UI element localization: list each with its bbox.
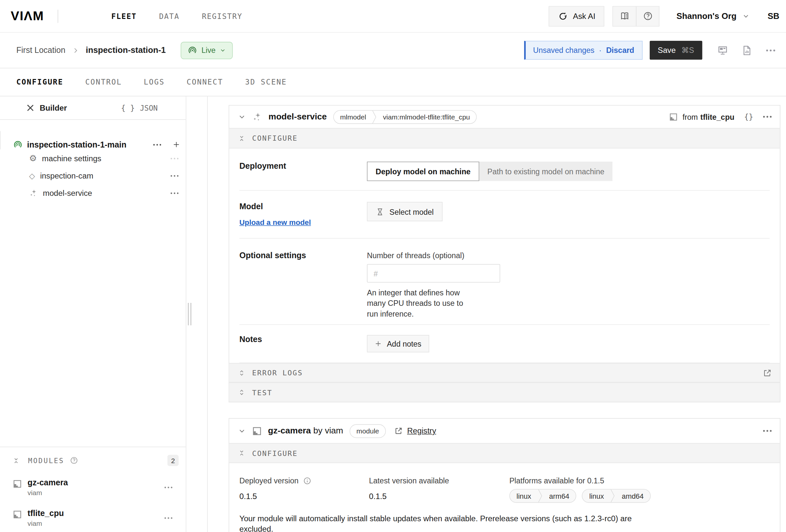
tab-logs[interactable]: LOGS <box>144 78 165 86</box>
viam-logo[interactable]: VIΛM <box>11 9 44 24</box>
json-mode-button[interactable]: { } JSON <box>93 96 186 119</box>
tree-item-label: model-service <box>43 188 92 197</box>
add-component-button[interactable] <box>172 141 180 148</box>
chevron-down-icon <box>743 13 749 19</box>
add-notes-button[interactable]: Add notes <box>367 335 429 352</box>
deploy-on-machine-option[interactable]: Deploy model on machine <box>367 162 479 181</box>
json-braces-button[interactable]: {} <box>744 112 753 121</box>
module-menu[interactable] <box>164 517 172 519</box>
save-label: Save <box>657 46 676 55</box>
external-link-icon <box>763 368 772 377</box>
control-preview-button[interactable] <box>718 45 728 55</box>
model-triplet-badge: viam:mlmodel-tflite:tflite_cpu <box>377 113 476 120</box>
save-button[interactable]: Save ⌘S <box>649 41 702 60</box>
configure-section-bar[interactable]: CONFIGURE <box>229 128 780 148</box>
latest-version-label: Latest version available <box>369 476 510 485</box>
upload-model-link[interactable]: Upload a new model <box>239 218 311 226</box>
ellipsis-icon <box>763 430 772 432</box>
tab-control[interactable]: CONTROL <box>85 78 122 86</box>
chevron-down-icon <box>238 427 246 434</box>
from-module-name: tflite_cpu <box>700 112 734 121</box>
dot-separator: · <box>599 46 602 55</box>
org-name: Shannon's Org <box>676 11 737 21</box>
modules-count-badge: 2 <box>167 455 178 466</box>
notes-label: Notes <box>239 335 367 352</box>
module-icon <box>252 426 262 436</box>
builder-label: Builder <box>40 103 67 112</box>
docs-button[interactable] <box>613 6 636 26</box>
more-menu-button[interactable] <box>766 49 775 51</box>
card-menu-button[interactable] <box>763 430 772 432</box>
tree-item-machine-settings[interactable]: ⚙ machine settings <box>0 150 186 166</box>
tree-item-inspection-cam[interactable]: ◇ inspection-cam <box>0 168 186 184</box>
error-logs-bar[interactable]: ERROR LOGS <box>229 363 780 382</box>
broadcast-icon <box>14 140 23 149</box>
collapse-card-button[interactable] <box>238 427 246 434</box>
modules-collapse-button[interactable] <box>13 457 19 464</box>
card-menu-button[interactable] <box>763 116 772 118</box>
logs-file-button[interactable] <box>743 45 752 55</box>
open-logs-button[interactable] <box>763 368 772 377</box>
select-model-button[interactable]: Select model <box>367 202 442 221</box>
tree-item-menu[interactable] <box>170 157 179 159</box>
module-menu[interactable] <box>164 486 172 488</box>
tab-3d-scene[interactable]: 3D SCENE <box>245 78 287 86</box>
registry-link[interactable]: Registry <box>394 426 436 435</box>
tree-item-menu[interactable] <box>170 192 179 194</box>
help-button[interactable] <box>636 6 659 26</box>
org-switcher[interactable]: Shannon's Org <box>676 11 749 21</box>
ellipsis-icon <box>153 144 161 146</box>
tree-item-menu[interactable] <box>153 144 161 146</box>
tab-configure[interactable]: CONFIGURE <box>16 78 63 86</box>
tree-item-model-service[interactable]: model-service <box>0 185 186 201</box>
unfold-icon <box>238 369 245 376</box>
broadcast-icon <box>188 46 197 55</box>
plus-icon <box>375 340 382 347</box>
threads-field-label: Number of threads (optional) <box>367 251 500 260</box>
module-item-tflite-cpu[interactable]: tflite_cpu viam <box>13 509 179 527</box>
from-label: from <box>683 112 698 121</box>
nav-fleet[interactable]: FLEET <box>111 12 137 20</box>
module-type-badge: module <box>350 424 386 438</box>
deployment-label: Deployment <box>239 162 367 181</box>
builder-mode-button[interactable]: Builder <box>0 96 93 119</box>
view-mode-toggle: Builder { } JSON <box>0 96 186 120</box>
platform-pills: linux arm64 linux amd64 <box>509 489 651 503</box>
ask-ai-button[interactable]: Ask AI <box>549 6 605 26</box>
discard-button[interactable]: Discard <box>606 46 634 55</box>
module-item-gz-camera[interactable]: gz-camera viam <box>13 478 179 497</box>
logo-divider <box>58 9 59 23</box>
model-row: Model Upload a new model Select model <box>239 191 770 239</box>
tree-item-main-part[interactable]: inspection-station-1-main <box>0 131 186 149</box>
info-icon[interactable] <box>303 477 311 485</box>
nav-registry[interactable]: REGISTRY <box>202 12 242 20</box>
modules-help-icon[interactable] <box>70 456 78 464</box>
tab-connect[interactable]: CONNECT <box>187 78 223 86</box>
path-to-existing-option[interactable]: Path to existing model on machine <box>479 162 612 181</box>
module-card-name: gz-camera <box>268 426 311 436</box>
card-header: gz-camera by viam module Registry <box>229 419 780 443</box>
threads-input[interactable] <box>367 264 500 282</box>
service-type-badge: mlmodel viam:mlmodel-tflite:tflite_cpu <box>333 110 477 124</box>
threads-help-text: An integer that defines how many CPU thr… <box>367 287 469 319</box>
ellipsis-icon <box>164 517 172 519</box>
modules-title: MODULES <box>28 456 64 464</box>
nav-data[interactable]: DATA <box>159 12 179 20</box>
panel-gutter <box>186 96 207 532</box>
plus-icon <box>172 141 180 148</box>
notes-row: Notes Add notes <box>239 325 770 363</box>
configure-section-bar[interactable]: CONFIGURE <box>229 443 780 463</box>
tree-item-menu[interactable] <box>170 175 179 176</box>
version-info-row: Deployed version 0.1.5 Latest version av… <box>229 463 780 503</box>
test-bar[interactable]: TEST <box>229 383 780 402</box>
resize-handle[interactable] <box>188 303 191 325</box>
collapse-card-button[interactable] <box>238 113 246 120</box>
service-name: model-service <box>269 112 327 122</box>
optional-settings-row: Optional settings Number of threads (opt… <box>239 239 770 325</box>
fold-icon <box>13 457 19 464</box>
top-nav: FLEET DATA REGISTRY <box>111 12 242 20</box>
topbar-right: Ask AI <box>549 6 780 26</box>
breadcrumb-location[interactable]: First Location <box>16 46 65 55</box>
avatar-initials[interactable]: SB <box>768 11 780 21</box>
live-status-pill[interactable]: Live <box>181 42 233 59</box>
